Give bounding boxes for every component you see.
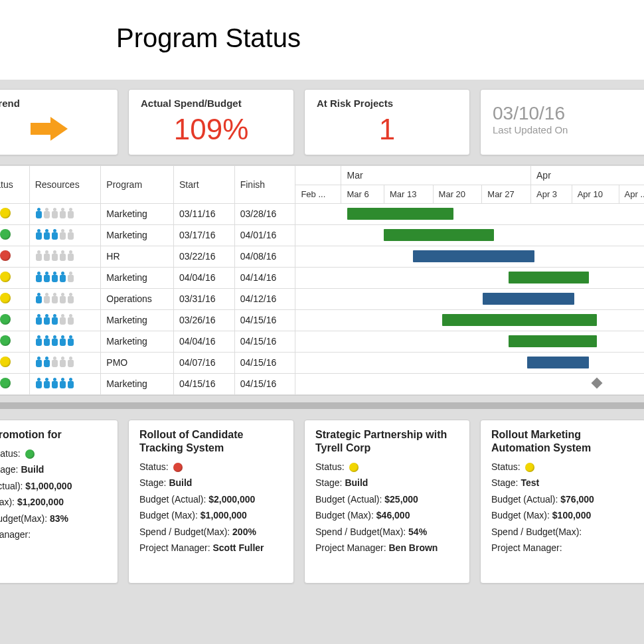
project-card[interactable]: Strategic Partnership with Tyrell Corp S… [304, 420, 470, 584]
gantt-tick: Feb ... [295, 185, 341, 203]
gantt-month-row: Status Resources Program Start Finish Ma… [0, 165, 644, 185]
person-icon [67, 378, 74, 390]
stage-value: Build [169, 477, 192, 488]
person-icon [35, 378, 42, 390]
cell-start: 03/31/16 [174, 288, 235, 309]
status-dot-icon [0, 293, 11, 303]
cell-start: 03/22/16 [174, 246, 235, 267]
cell-finish: 04/12/16 [234, 288, 295, 309]
person-icon [43, 229, 50, 241]
cell-start: 03/26/16 [174, 309, 235, 331]
kpi-card-spend[interactable]: Actual Spend/Budget 109% [128, 89, 294, 155]
person-icon [67, 208, 74, 220]
person-icon [43, 378, 50, 390]
person-icon [35, 250, 42, 262]
cell-finish: 04/15/16 [234, 309, 295, 331]
budget-max-value: $1,000,000 [201, 510, 247, 521]
kpi-card-updated[interactable]: 03/10/16 Last Updated On [480, 89, 644, 155]
budget-max-label: Budget (Max): [491, 510, 550, 521]
table-row[interactable]: Marketing04/04/1604/15/16 [0, 331, 644, 352]
table-row[interactable]: Marketing04/15/1604/15/16 [0, 373, 644, 394]
gantt-bar[interactable] [509, 272, 590, 283]
col-status[interactable]: Status [0, 165, 29, 203]
table-row[interactable]: HR03/22/1604/08/16 [0, 246, 644, 267]
status-label: Status: [139, 461, 169, 472]
arrow-right-icon [50, 117, 68, 141]
pm-label: Project Manager: [315, 542, 386, 553]
cell-program: PMO [101, 352, 174, 373]
table-row[interactable]: Marketing03/17/1604/01/16 [0, 224, 644, 246]
gantt-tick: Apr 10 [572, 185, 619, 203]
gantt-bar[interactable] [527, 357, 590, 368]
person-icon [43, 357, 50, 368]
gantt-panel: Status Resources Program Start Finish Ma… [0, 165, 644, 396]
col-program[interactable]: Program [101, 165, 174, 203]
budget-max-value: $46,000 [376, 510, 410, 521]
table-row[interactable]: Marketing04/04/1604/14/16 [0, 267, 644, 288]
budget-actual-value: $2,000,000 [208, 494, 255, 505]
gantt-bar[interactable] [509, 335, 597, 347]
person-icon [67, 250, 74, 262]
project-card[interactable]: Promotion for Status: Stage: Build Actua… [0, 420, 118, 584]
status-label: Status: [0, 448, 21, 459]
budget-actual-value: $1,000,000 [25, 481, 72, 491]
cell-start: 04/07/16 [174, 352, 235, 373]
person-icon [43, 208, 50, 220]
kpi-card-trend[interactable]: Trend [0, 89, 118, 155]
gantt-bar[interactable] [384, 229, 494, 241]
person-icon [35, 357, 42, 368]
gantt-bar[interactable] [483, 293, 574, 305]
gantt-bar[interactable] [413, 250, 534, 262]
kpi-trend-label: Trend [0, 98, 106, 109]
stage-value: Build [345, 477, 368, 488]
person-icon [43, 293, 50, 305]
person-icon [51, 272, 58, 283]
person-icon [59, 229, 66, 241]
status-dot-icon [349, 463, 359, 472]
table-row[interactable]: Operations03/31/1604/12/16 [0, 288, 644, 309]
cell-program: Marketing [101, 331, 174, 352]
person-icon [67, 293, 74, 305]
status-dot-icon [0, 208, 11, 218]
person-icon [35, 293, 42, 305]
cell-finish: 04/08/16 [234, 246, 295, 267]
gantt-table[interactable]: Status Resources Program Start Finish Ma… [0, 165, 644, 395]
gantt-bar-cell [295, 373, 644, 394]
gantt-tick: Apr 3 [531, 185, 572, 203]
cell-start: 03/11/16 [174, 203, 235, 224]
person-icon [67, 335, 74, 347]
person-icon [51, 250, 58, 262]
table-row[interactable]: Marketing03/11/1603/28/16 [0, 203, 644, 224]
gantt-tick: Mar 20 [433, 185, 482, 203]
gantt-bar-cell [295, 309, 644, 331]
person-icon [35, 208, 42, 220]
pm-label: Manager: [0, 529, 31, 540]
horizontal-scrollbar[interactable] [0, 402, 644, 409]
col-start[interactable]: Start [174, 165, 235, 203]
project-title: Strategic Partnership with Tyrell Corp [315, 428, 459, 455]
col-resources[interactable]: Resources [29, 165, 101, 203]
project-card[interactable]: Rollout of Candidate Tracking System Sta… [128, 420, 294, 584]
month-mar: Mar [341, 165, 531, 185]
col-finish[interactable]: Finish [234, 165, 295, 203]
title-bar: Program Status [0, 0, 644, 80]
kpi-card-risk[interactable]: At Risk Projects 1 [304, 89, 470, 155]
person-icon [67, 272, 74, 283]
gantt-bar-cell [295, 246, 644, 267]
kpi-risk-value: 1 [317, 113, 457, 147]
person-icon [51, 293, 58, 305]
gantt-bar[interactable] [347, 208, 453, 220]
status-dot-icon [0, 378, 11, 388]
person-icon [51, 378, 58, 390]
budget-max-label: Max): [0, 497, 15, 507]
cell-start: 04/04/16 [174, 267, 235, 288]
stage-value: Build [21, 464, 44, 475]
gantt-bar-cell [295, 203, 644, 224]
budget-max-label: Budget (Max): [315, 510, 374, 521]
person-icon [59, 335, 66, 347]
table-row[interactable]: Marketing03/26/1604/15/16 [0, 309, 644, 331]
project-card[interactable]: Rollout Marketing Automation System Stat… [480, 420, 644, 584]
table-row[interactable]: PMO04/07/1604/15/16 [0, 352, 644, 373]
person-icon [59, 378, 66, 390]
gantt-bar[interactable] [442, 314, 596, 326]
